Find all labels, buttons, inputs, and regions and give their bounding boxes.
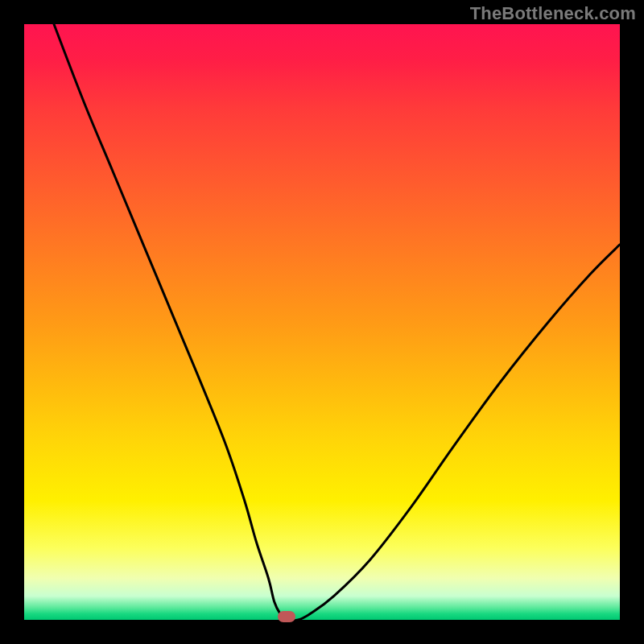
watermark-text: TheBottleneck.com <box>470 3 636 24</box>
minimum-marker <box>278 611 295 622</box>
plot-area <box>24 24 620 620</box>
bottleneck-curve <box>24 24 620 620</box>
chart-frame: TheBottleneck.com <box>0 0 644 644</box>
